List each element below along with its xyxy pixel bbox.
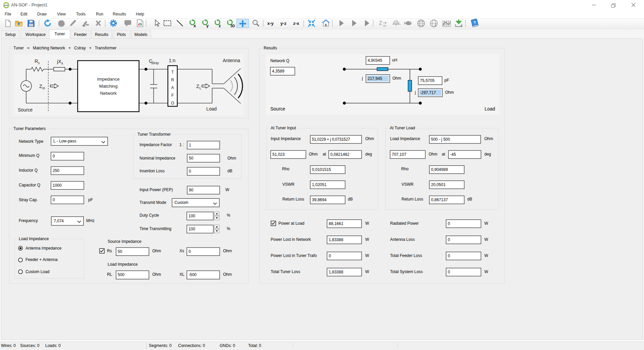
- svg-text:Stray: Stray: [151, 61, 159, 65]
- svg-text:Network: Network: [100, 91, 117, 96]
- svg-text:Z: Z: [196, 84, 199, 89]
- svg-text:x: x: [194, 24, 196, 28]
- svg-text:in: in: [43, 86, 45, 90]
- svg-text:L: L: [200, 86, 202, 90]
- svg-text:T: T: [171, 70, 174, 75]
- svg-text:Antenna: Antenna: [223, 58, 240, 63]
- svg-text:s: s: [38, 61, 40, 65]
- svg-text:z: z: [219, 24, 221, 28]
- svg-text:Source: Source: [18, 107, 33, 113]
- svg-text:Load: Load: [206, 106, 217, 112]
- svg-text:1:n: 1:n: [169, 58, 175, 63]
- svg-text:y: y: [206, 24, 209, 28]
- svg-text:AN-SOF: AN-SOF: [3, 5, 9, 6]
- svg-text:Impedance: Impedance: [97, 77, 120, 82]
- svg-text:IN: IN: [383, 24, 386, 28]
- svg-text:F: F: [171, 93, 174, 98]
- svg-text:O: O: [171, 101, 174, 105]
- svg-text:z: z: [434, 23, 436, 27]
- svg-text:Z: Z: [379, 20, 382, 26]
- svg-text:3D: 3D: [230, 24, 235, 28]
- svg-text:A: A: [171, 85, 174, 90]
- svg-text:Z: Z: [39, 84, 42, 89]
- svg-text:jX: jX: [57, 59, 61, 64]
- svg-text:s: s: [61, 61, 63, 65]
- svg-text:Matching: Matching: [99, 84, 118, 89]
- svg-text:R: R: [171, 78, 174, 82]
- svg-text:R: R: [35, 58, 38, 64]
